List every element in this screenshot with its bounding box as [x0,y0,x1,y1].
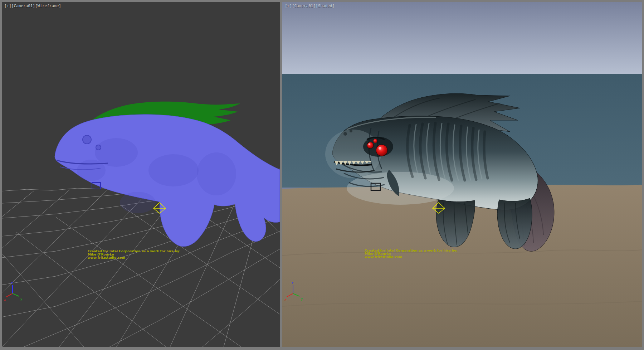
axis-tripod: z x y [284,281,305,303]
watermark-text: Created for Intel Corporation as a work … [365,249,457,259]
axis-y-label: y [20,297,23,301]
viewport-wireframe[interactable]: [+][Camera01][Wireframe] Created for Int… [2,2,280,347]
viewport-label: [+][Camera01][Shaded] [285,4,335,8]
viewport-menu-shading[interactable]: [Shaded] [316,4,335,8]
axis-x-label: x [284,298,287,301]
creature-eye [83,135,91,144]
viewport-menu-shading[interactable]: [Wireframe] [35,4,61,8]
axis-x-label: x [4,298,6,301]
axis-y-label: y [301,297,303,301]
creature-eye-mid [367,142,374,149]
creature-eye-large [376,145,387,156]
sky [282,2,642,74]
creature-eye-small [374,139,377,143]
wireframe-scene [2,2,280,347]
viewport-menu-general[interactable]: [+] [4,4,11,8]
axis-z-label: z [11,281,13,285]
axis-z-label: z [292,281,293,285]
watermark-text: Created for Intel Corporation as a work … [88,250,180,259]
viewport-workspace: [+][Camera01][Wireframe] Created for Int… [0,0,644,350]
viewport-menu-pov[interactable]: [Camera01] [292,4,316,8]
viewport-menu-general[interactable]: [+] [285,4,292,8]
axis-tripod: z x y [3,281,25,303]
viewport-menu-pov[interactable]: [Camera01] [11,4,35,8]
viewport-label: [+][Camera01][Wireframe] [4,4,61,8]
shaded-scene [282,2,642,347]
creature-eye-small [96,145,101,150]
viewport-shaded[interactable]: [+][Camera01][Shaded] Created for Intel … [282,2,642,347]
creature-wireframe[interactable] [55,115,280,247]
